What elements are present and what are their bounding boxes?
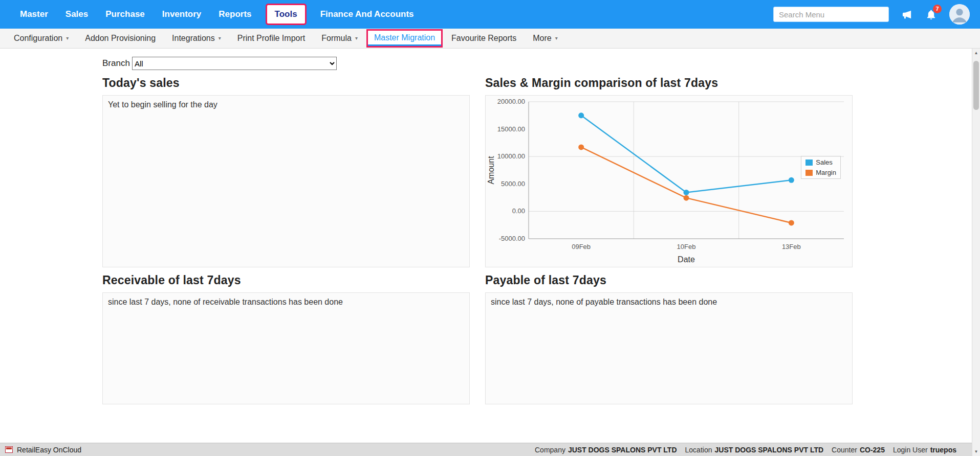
legend-label: Sales [816, 158, 833, 166]
footer-company-value: JUST DOGS SPALONS PVT LTD [568, 446, 677, 454]
payable-section: Payable of last 7days since last 7 days,… [485, 267, 853, 404]
chevron-down-icon: ▾ [66, 36, 69, 41]
footer-location: LocationJUST DOGS SPALONS PVT LTD [685, 446, 824, 454]
todays-sales-panel: Yet to begin selling for the day [102, 95, 470, 267]
subnav-label: Formula [321, 34, 352, 43]
chevron-down-icon: ▾ [219, 36, 221, 41]
nav-reports[interactable]: Reports [211, 4, 259, 25]
dashboard-content: Branch All Today's sales Yet to begin se… [0, 49, 980, 443]
footer-login-user-value: truepos [930, 446, 956, 454]
todays-sales-message: Yet to begin selling for the day [103, 96, 469, 114]
notification-bell-icon[interactable]: 7 [925, 9, 937, 20]
top-navigation-bar: Master Sales Purchase Inventory Reports … [0, 0, 980, 29]
user-avatar[interactable] [949, 4, 970, 25]
nav-master[interactable]: Master [12, 4, 56, 25]
chevron-down-icon: ▾ [355, 36, 358, 41]
branch-filter-row: Branch All [102, 57, 980, 70]
footer-login-user: Login Usertruepos [893, 446, 956, 454]
svg-text:Date: Date [678, 255, 695, 264]
receivable-message: since last 7 days, none of receivable tr… [103, 293, 469, 311]
subnav-master-migration[interactable]: Master Migration [366, 29, 443, 48]
svg-text:Amount: Amount [487, 156, 495, 185]
branch-label: Branch [102, 58, 130, 69]
receivable-panel: since last 7 days, none of receivable tr… [102, 292, 470, 404]
search-input[interactable] [773, 7, 889, 22]
subnav-print-profile-import[interactable]: Print Profile Import [230, 30, 313, 47]
dashboard-grid: Today's sales Yet to begin selling for t… [102, 70, 980, 404]
vertical-scrollbar[interactable]: ▲ ▼ [972, 49, 980, 456]
payable-title: Payable of last 7days [485, 273, 853, 287]
main-menu: Master Sales Purchase Inventory Reports … [12, 4, 422, 25]
payable-message: since last 7 days, none of payable trans… [486, 293, 852, 311]
footer-counter: CounterCO-225 [832, 446, 885, 454]
app-name: RetailEasy OnCloud [17, 446, 81, 454]
subnav-label: Favourite Reports [451, 34, 516, 43]
app-logo-icon [5, 446, 13, 453]
nav-tools[interactable]: Tools [266, 4, 307, 25]
subnav-label: Master Migration [374, 33, 435, 42]
footer-right: CompanyJUST DOGS SPALONS PVT LTD Locatio… [535, 446, 956, 454]
svg-text:10Feb: 10Feb [677, 243, 696, 250]
receivable-section: Receivable of last 7days since last 7 da… [102, 267, 470, 404]
svg-text:10000.00: 10000.00 [497, 152, 525, 160]
footer-company-label: Company [535, 446, 565, 454]
svg-text:5000.00: 5000.00 [501, 180, 525, 188]
svg-text:0.00: 0.00 [512, 207, 525, 215]
subnav-configuration[interactable]: Configuration ▾ [6, 30, 76, 47]
svg-text:15000.00: 15000.00 [497, 125, 525, 133]
sales-margin-line-chart: 20000.0015000.0010000.005000.000.00-5000… [486, 96, 852, 267]
legend-item-sales[interactable]: Sales [805, 158, 836, 166]
notification-badge: 7 [933, 5, 942, 13]
footer-location-label: Location [685, 446, 712, 454]
scroll-down-arrow-icon[interactable]: ▼ [972, 447, 980, 456]
subnav-label: Configuration [14, 34, 62, 43]
legend-swatch-icon [805, 159, 813, 166]
svg-text:09Feb: 09Feb [572, 243, 591, 250]
nav-finance-and-accounts[interactable]: Finance And Accounts [313, 4, 422, 25]
topbar-right-tools: 7 [773, 4, 970, 25]
footer-counter-value: CO-225 [860, 446, 885, 454]
todays-sales-section: Today's sales Yet to begin selling for t… [102, 70, 470, 267]
subnav-label: More [533, 34, 551, 43]
sales-margin-section: Sales & Margin comparison of last 7days … [485, 70, 853, 267]
subnav-formula[interactable]: Formula ▾ [314, 30, 365, 47]
footer-login-user-label: Login User [893, 446, 928, 454]
svg-text:20000.00: 20000.00 [497, 98, 525, 105]
nav-purchase[interactable]: Purchase [98, 4, 153, 25]
svg-text:13Feb: 13Feb [782, 243, 801, 250]
footer-company: CompanyJUST DOGS SPALONS PVT LTD [535, 446, 677, 454]
svg-text:-5000.00: -5000.00 [499, 235, 525, 242]
subnav-more[interactable]: More ▾ [525, 30, 565, 47]
scrollbar-thumb[interactable] [973, 61, 979, 110]
scroll-up-arrow-icon[interactable]: ▲ [972, 49, 980, 57]
nav-inventory[interactable]: Inventory [155, 4, 209, 25]
receivable-title: Receivable of last 7days [102, 273, 470, 287]
todays-sales-title: Today's sales [102, 76, 470, 90]
chart-legend: SalesMargin [801, 156, 841, 179]
footer-location-value: JUST DOGS SPALONS PVT LTD [714, 446, 823, 454]
legend-swatch-icon [805, 170, 813, 176]
megaphone-icon[interactable] [901, 9, 913, 20]
branch-select[interactable]: All [132, 57, 337, 70]
subnav-label: Addon Provisioning [85, 34, 156, 43]
legend-label: Margin [816, 169, 836, 176]
tools-submenu-bar: Configuration ▾ Addon Provisioning Integ… [0, 29, 980, 49]
sales-margin-chart-panel: 20000.0015000.0010000.005000.000.00-5000… [485, 95, 853, 267]
subnav-label: Print Profile Import [237, 34, 305, 43]
sales-margin-title: Sales & Margin comparison of last 7days [485, 76, 853, 90]
nav-sales[interactable]: Sales [58, 4, 96, 25]
subnav-label: Integrations [172, 34, 215, 43]
subnav-favourite-reports[interactable]: Favourite Reports [444, 30, 524, 47]
footer-left: RetailEasy OnCloud [5, 446, 81, 454]
legend-item-margin[interactable]: Margin [805, 169, 836, 176]
subnav-addon-provisioning[interactable]: Addon Provisioning [77, 30, 163, 47]
chevron-down-icon: ▾ [555, 36, 558, 41]
footer-counter-label: Counter [832, 446, 857, 454]
payable-panel: since last 7 days, none of payable trans… [485, 292, 853, 404]
status-bar: RetailEasy OnCloud CompanyJUST DOGS SPAL… [0, 443, 980, 456]
subnav-integrations[interactable]: Integrations ▾ [164, 30, 229, 47]
